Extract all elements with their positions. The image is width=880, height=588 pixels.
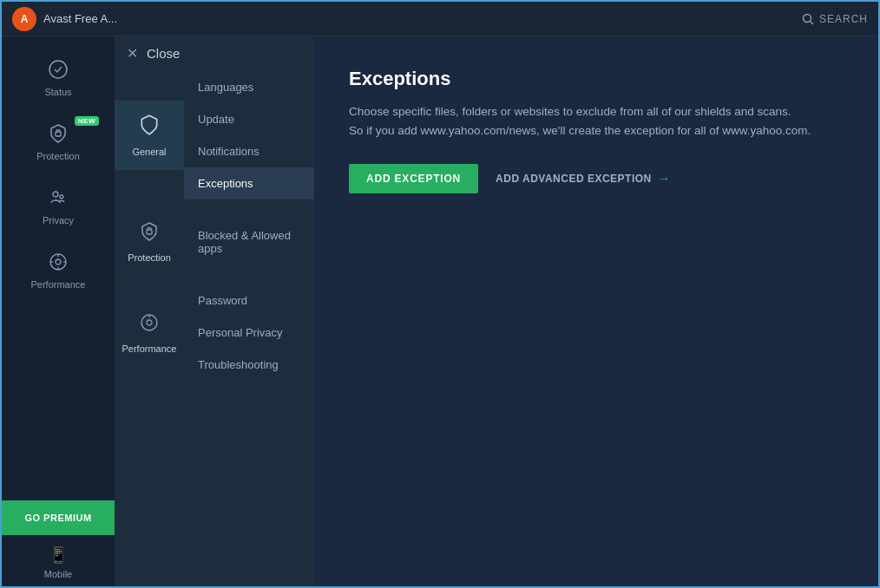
protection-icon xyxy=(46,121,70,146)
privacy-icon xyxy=(46,186,70,210)
protection-category-block: Protection Blocked & Allowed apps xyxy=(115,207,314,277)
svg-rect-3 xyxy=(56,132,61,136)
svg-line-1 xyxy=(810,21,813,24)
sidebar-item-performance[interactable]: Performance xyxy=(2,238,115,302)
action-buttons: ADD EXCEPTION ADD ADVANCED EXCEPTION → xyxy=(349,164,844,193)
divider-1 xyxy=(115,203,314,204)
sidebar-item-protection[interactable]: NEW Protection xyxy=(2,109,115,173)
arrow-right-icon: → xyxy=(657,171,672,186)
search-icon xyxy=(802,13,814,25)
protection-menu-items: Blocked & Allowed apps xyxy=(184,219,314,265)
settings-panel: ✕ Close General Languages Update xyxy=(115,36,314,588)
close-bar[interactable]: ✕ Close xyxy=(115,36,314,71)
sidebar-protection-label: Protection xyxy=(36,151,80,161)
svg-point-14 xyxy=(147,320,152,325)
divider-2 xyxy=(115,280,314,281)
performance-category-icon[interactable]: Performance xyxy=(115,298,184,368)
sidebar: Status NEW Protection xyxy=(2,36,115,588)
add-exception-button[interactable]: ADD EXCEPTION xyxy=(349,164,478,193)
close-label: Close xyxy=(147,46,180,61)
menu-update[interactable]: Update xyxy=(184,103,314,135)
performance-category-label: Performance xyxy=(122,343,177,354)
protection-settings-icon xyxy=(139,221,160,247)
exceptions-description: Choose specific files, folders or websit… xyxy=(349,102,844,140)
close-icon: ✕ xyxy=(127,45,138,62)
sidebar-item-mobile[interactable]: 📱 Mobile xyxy=(2,535,115,588)
sidebar-privacy-label: Privacy xyxy=(43,215,74,225)
performance-menu-items: Password Personal Privacy Troubleshootin… xyxy=(184,284,314,381)
new-badge: NEW xyxy=(75,116,99,126)
general-category-block: General Languages Update Notifications E… xyxy=(115,71,314,199)
sidebar-item-privacy[interactable]: Privacy xyxy=(2,173,115,238)
performance-settings-icon xyxy=(139,312,160,338)
go-premium-button[interactable]: GO PREMIUM xyxy=(2,500,115,535)
svg-point-5 xyxy=(60,195,63,199)
menu-languages[interactable]: Languages xyxy=(184,71,314,103)
general-category-icon[interactable]: General xyxy=(115,101,184,170)
protection-category-label: Protection xyxy=(128,252,171,263)
mobile-icon: 📱 xyxy=(49,546,68,565)
performance-category-block: Performance Password Personal Privacy Tr… xyxy=(115,284,314,381)
performance-icon xyxy=(46,250,70,274)
menu-blocked-allowed[interactable]: Blocked & Allowed apps xyxy=(184,219,314,265)
svg-point-4 xyxy=(53,192,58,197)
general-menu-items: Languages Update Notifications Exception… xyxy=(184,71,314,199)
menu-troubleshooting[interactable]: Troubleshooting xyxy=(184,349,314,381)
add-advanced-exception-button[interactable]: ADD ADVANCED EXCEPTION → xyxy=(496,171,671,186)
menu-personal-privacy[interactable]: Personal Privacy xyxy=(184,317,314,349)
sidebar-status-label: Status xyxy=(44,87,71,97)
settings-categories: General Languages Update Notifications E… xyxy=(115,71,314,381)
general-icon xyxy=(138,114,161,141)
page-title: Exceptions xyxy=(349,68,844,90)
protection-category-icon[interactable]: Protection xyxy=(115,207,184,277)
svg-point-2 xyxy=(49,61,67,78)
svg-point-7 xyxy=(56,259,61,265)
app-logo: A xyxy=(12,7,36,31)
menu-password[interactable]: Password xyxy=(184,284,314,317)
status-icon xyxy=(46,57,70,82)
sidebar-performance-label: Performance xyxy=(31,279,86,290)
menu-notifications[interactable]: Notifications xyxy=(184,135,314,167)
app-title: Avast Free A... xyxy=(43,12,802,25)
main-content: Exceptions Choose specific files, folder… xyxy=(314,36,878,588)
mobile-label: Mobile xyxy=(44,569,72,579)
general-category-label: General xyxy=(132,147,166,157)
svg-rect-12 xyxy=(147,230,152,234)
title-bar: A Avast Free A... SEARCH xyxy=(2,2,878,36)
menu-exceptions[interactable]: Exceptions xyxy=(184,167,314,199)
search-button[interactable]: SEARCH xyxy=(802,13,868,25)
svg-point-0 xyxy=(803,14,811,22)
sidebar-item-status[interactable]: Status xyxy=(2,45,115,109)
